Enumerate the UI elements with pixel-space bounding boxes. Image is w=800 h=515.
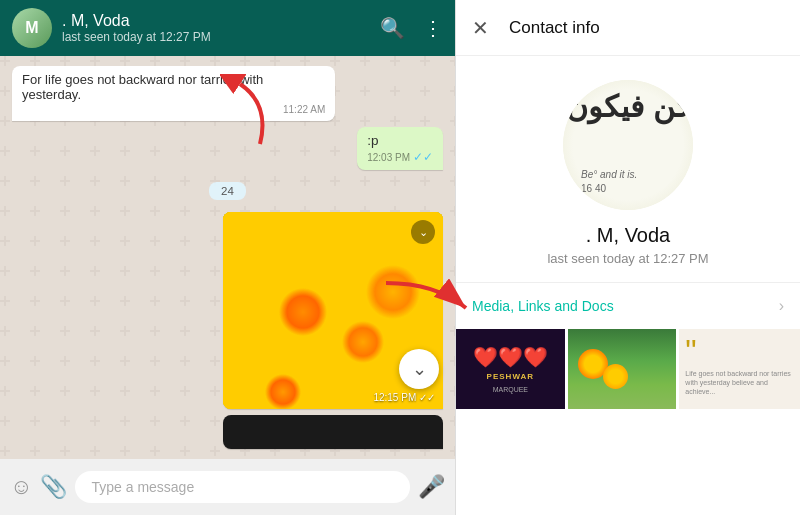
chat-header: M . M, Voda last seen today at 12:27 PM … (0, 0, 455, 56)
attach-icon[interactable]: 📎 (40, 474, 67, 500)
marquee-sub: MARQUEE (493, 386, 528, 393)
chat-avatar[interactable]: M (12, 8, 52, 48)
chat-header-info: . M, Voda last seen today at 12:27 PM (62, 12, 370, 44)
message-time: 11:22 AM (22, 104, 325, 115)
contact-avatar[interactable]: كن فيكون Be° and it is. 16 40 (563, 80, 693, 210)
flower-thumb (568, 329, 677, 409)
chevron-down-icon: ⌄ (412, 358, 427, 380)
media-chevron-icon: › (779, 297, 784, 315)
message-time: 12:03 PM ✓✓ (367, 150, 433, 164)
media-section: Media, Links and Docs › ❤️❤️❤️ PESH (456, 282, 800, 417)
hearts-icon: ❤️❤️❤️ (473, 345, 548, 369)
contact-profile: كن فيكون Be° and it is. 16 40 . M, Voda … (456, 56, 800, 282)
search-icon[interactable]: 🔍 (380, 18, 405, 38)
mic-icon[interactable]: 🎤 (418, 474, 445, 500)
quote-icon: " (685, 335, 794, 367)
scroll-down-button[interactable]: ⌄ (399, 349, 439, 389)
chat-panel: M . M, Voda last seen today at 12:27 PM … (0, 0, 455, 515)
contact-info-title: Contact info (509, 18, 600, 38)
close-button[interactable]: ✕ (472, 16, 489, 40)
date-divider: 24 (209, 182, 246, 200)
media-thumbnail-2[interactable] (568, 329, 677, 409)
image-time: 12:15 PM ✓✓ (373, 392, 435, 403)
be-text: Be° and it is. (581, 169, 637, 180)
chat-avatar-image: M (12, 8, 52, 48)
contact-name[interactable]: . M, Voda (586, 224, 671, 247)
chat-contact-status: last seen today at 12:27 PM (62, 30, 370, 44)
black-media-message[interactable] (223, 415, 443, 449)
arabic-calligraphy: كن فيكون (563, 92, 693, 122)
contact-last-seen: last seen today at 12:27 PM (547, 251, 708, 266)
more-options-icon[interactable]: ⋮ (423, 18, 443, 38)
message-input[interactable]: Type a message (75, 471, 410, 503)
contact-panel: ✕ Contact info كن فيكون Be° and it is. 1… (455, 0, 800, 515)
quote-text: Life goes not backward nor tarries with … (685, 369, 794, 396)
media-links-docs-label[interactable]: Media, Links and Docs (472, 298, 614, 314)
media-thumbnails[interactable]: ❤️❤️❤️ PESHWAR MARQUEE " Life goes not b… (456, 329, 800, 417)
marquee-label: PESHWAR (487, 372, 534, 381)
contact-avatar-image: كن فيكون Be° and it is. 16 40 (563, 80, 693, 210)
chat-input-bar: ☺ 📎 Type a message 🎤 (0, 459, 455, 515)
media-links-docs-row[interactable]: Media, Links and Docs › (456, 283, 800, 329)
message-text: :p (367, 133, 433, 148)
chat-header-icons: 🔍 ⋮ (380, 18, 443, 38)
media-thumbnail-3[interactable]: " Life goes not backward nor tarries wit… (679, 329, 800, 409)
media-thumbnail-1[interactable]: ❤️❤️❤️ PESHWAR MARQUEE (456, 329, 565, 409)
chat-contact-name[interactable]: . M, Voda (62, 12, 370, 30)
numbers-text: 16 40 (581, 183, 606, 194)
emoji-icon[interactable]: ☺ (10, 474, 32, 500)
double-check-icon: ✓✓ (413, 150, 433, 164)
contact-info-header: ✕ Contact info (456, 0, 800, 56)
message-text: For life goes not backward nor tarries w… (22, 72, 325, 102)
download-icon[interactable]: ⌄ (411, 220, 435, 244)
chat-messages: For life goes not backward nor tarries w… (0, 56, 455, 459)
message-received: For life goes not backward nor tarries w… (12, 66, 335, 121)
message-sent-1: :p 12:03 PM ✓✓ (357, 127, 443, 170)
